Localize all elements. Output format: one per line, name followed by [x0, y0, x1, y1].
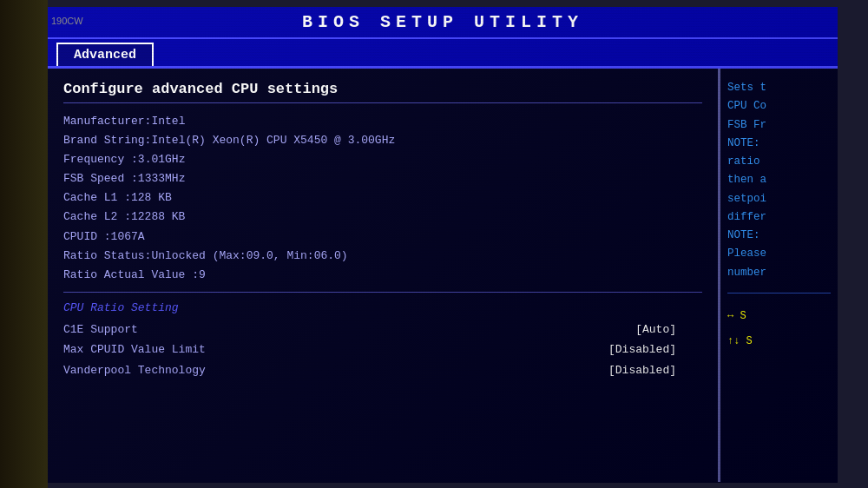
nav-hint-vertical: ↑↓ S	[727, 333, 831, 351]
bios-screen: 190CW BIOS SETUP UTILITY Advanced Config…	[48, 7, 838, 483]
info-ratio-actual: Ratio Actual Value :9	[63, 266, 702, 285]
monitor-model-label: 190CW	[51, 16, 83, 26]
fsb-label: FSB Speed :	[63, 172, 138, 185]
nav-desc-h: S	[740, 310, 746, 322]
info-brand-string: Brand String:Intel(R) Xeon(R) CPU X5450 …	[63, 131, 702, 150]
bios-title-bar: BIOS SETUP UTILITY	[48, 7, 838, 39]
ratio-actual-value: 9	[199, 268, 206, 281]
ratio-status-value: Unlocked (Max:09.0, Min:06.0)	[151, 249, 347, 262]
help-line-3: FSB Fr	[727, 116, 831, 135]
fsb-value: 1333MHz	[138, 172, 186, 185]
setting-max-cpuid[interactable]: Max CPUID Value Limit [Disabled]	[63, 340, 702, 359]
separator-line	[63, 292, 702, 293]
nav-arrow-h: ↔	[727, 310, 733, 322]
info-cache-l2: Cache L2 :12288 KB	[63, 208, 702, 227]
freq-label: Frequency :	[63, 153, 138, 166]
cpu-ratio-label: CPU Ratio Setting	[63, 301, 702, 314]
nav-desc-v: S	[746, 335, 753, 347]
left-panel: Configure advanced CPU settings Manufact…	[48, 69, 720, 482]
help-line-7: setpoi	[727, 190, 831, 208]
tab-bar: Advanced	[48, 39, 838, 69]
vanderpool-value: [Disabled]	[608, 360, 676, 380]
right-help-panel: Sets t CPU Co FSB Fr NOTE: ratio then a …	[720, 69, 838, 482]
info-manufacturer: Manufacturer:Intel	[63, 112, 702, 131]
cpuid-value: 1067A	[111, 230, 145, 243]
nav-arrow-v: ↑↓	[727, 335, 740, 347]
manufacturer-label: Manufacturer:	[63, 115, 151, 128]
section-header: Configure advanced CPU settings	[63, 81, 702, 103]
help-line-11: number	[727, 264, 831, 282]
content-area: Configure advanced CPU settings Manufact…	[48, 69, 838, 482]
help-line-9: NOTE:	[727, 227, 831, 245]
manufacturer-value: Intel	[151, 115, 185, 128]
help-line-2: CPU Co	[727, 97, 831, 115]
info-ratio-status: Ratio Status:Unlocked (Max:09.0, Min:06.…	[63, 247, 702, 266]
ratio-status-label: Ratio Status:	[63, 249, 151, 262]
brand-label: Brand String:	[63, 134, 151, 147]
help-line-6: then a	[727, 171, 831, 189]
max-cpuid-value: [Disabled]	[608, 340, 676, 359]
vanderpool-label: Vanderpool Technology	[63, 360, 206, 380]
cache-l2-label: Cache L2 :	[63, 210, 131, 223]
monitor-bezel	[0, 0, 48, 488]
cpuid-label: CPUID :	[63, 230, 111, 243]
tab-advanced[interactable]: Advanced	[56, 43, 154, 66]
nav-hint-horizontal: ↔ S	[727, 307, 831, 326]
help-text: Sets t CPU Co FSB Fr NOTE: ratio then a …	[727, 79, 831, 282]
ratio-actual-label: Ratio Actual Value :	[63, 268, 199, 281]
info-frequency: Frequency :3.01GHz	[63, 150, 702, 169]
help-line-5: ratio	[727, 153, 831, 171]
info-fsb-speed: FSB Speed :1333MHz	[63, 169, 702, 188]
setting-vanderpool[interactable]: Vanderpool Technology [Disabled]	[63, 360, 702, 380]
brand-value: Intel(R) Xeon(R) CPU X5450 @ 3.00GHz	[151, 134, 395, 147]
info-cache-l1: Cache L1 :128 KB	[63, 188, 702, 208]
cache-l1-value: 128 KB	[131, 191, 172, 204]
help-line-8: differ	[727, 208, 831, 227]
bios-title-text: BIOS SETUP UTILITY	[302, 12, 583, 32]
c1e-value: [Auto]	[635, 320, 676, 340]
cache-l1-label: Cache L1 :	[63, 191, 131, 204]
setting-c1e[interactable]: C1E Support [Auto]	[63, 320, 702, 340]
help-line-4: NOTE:	[727, 135, 831, 153]
max-cpuid-label: Max CPUID Value Limit	[63, 340, 206, 359]
c1e-label: C1E Support	[63, 320, 138, 340]
freq-value: 3.01GHz	[138, 153, 186, 166]
cache-l2-value: 12288 KB	[131, 210, 185, 223]
help-line-1: Sets t	[727, 79, 831, 97]
info-cpuid: CPUID :1067A	[63, 228, 702, 247]
help-line-10: Please	[727, 245, 831, 263]
cpu-ratio-section: CPU Ratio Setting C1E Support [Auto] Max…	[63, 301, 702, 380]
